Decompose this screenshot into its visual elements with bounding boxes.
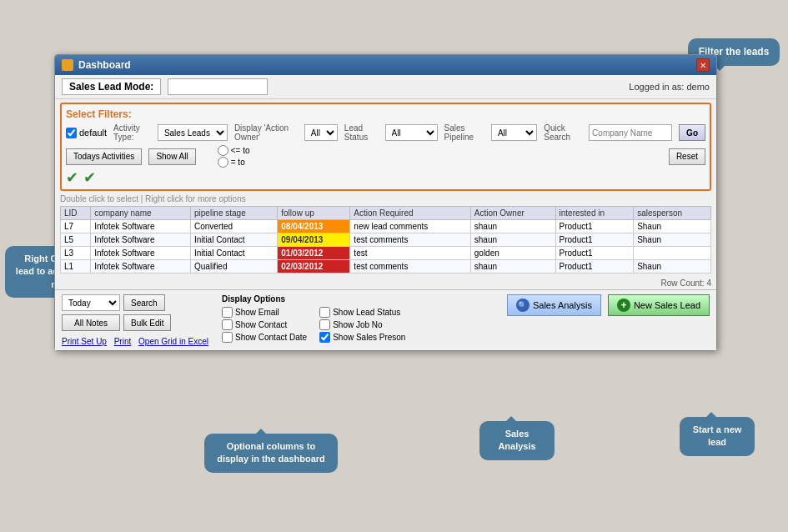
radio-lte-label[interactable]: <= to <box>218 145 250 156</box>
window-title-text: Dashboard <box>78 59 131 71</box>
all-notes-button[interactable]: All Notes <box>62 314 120 331</box>
table-cell: L3 <box>61 247 91 260</box>
table-hint: Double click to select | Right click for… <box>60 194 711 203</box>
lead-status-select[interactable]: All <box>385 124 438 141</box>
radio-lte[interactable] <box>218 145 228 156</box>
todays-activities-button[interactable]: Todays Activities <box>66 148 142 165</box>
opt-email[interactable] <box>222 307 233 318</box>
print-setup-link[interactable]: Print Set Up <box>62 337 107 346</box>
show-all-button[interactable]: Show All <box>148 148 195 165</box>
sales-analysis-button[interactable]: 🔍 Sales Analysis <box>507 294 601 316</box>
col-followup: follow up <box>278 207 350 220</box>
table-cell: Converted <box>191 220 278 233</box>
filters-title: Select Filters: <box>66 108 705 120</box>
table-cell: shaun <box>470 233 555 247</box>
table-cell: Infotek Software <box>91 220 191 233</box>
search-button[interactable]: Search <box>123 294 165 311</box>
default-checkbox-label[interactable]: default <box>66 128 107 138</box>
opt-lead-status-label[interactable]: Show Lead Status <box>319 307 405 318</box>
quick-search-input[interactable] <box>589 124 672 141</box>
display-action-owner-label: Display 'Action Owner' <box>234 123 298 142</box>
option-col-2: Show Lead Status Show Job No Show Sales … <box>319 307 405 343</box>
check-icon-1: ✔ <box>66 170 78 185</box>
bulk-edit-button[interactable]: Bulk Edit <box>123 314 171 331</box>
callout-optional-columns: Optional columns to display in the dashb… <box>204 434 338 473</box>
table-row[interactable]: L7Infotek SoftwareConverted08/04/2013new… <box>61 220 711 233</box>
row-count-label: Row Count: <box>660 279 704 288</box>
display-action-owner-select[interactable]: All <box>304 124 338 141</box>
mode-input[interactable] <box>168 78 268 95</box>
table-cell: Qualified <box>191 260 278 274</box>
opt-contact-date-label[interactable]: Show Contact Date <box>222 332 307 343</box>
col-lid: LID <box>61 207 91 220</box>
radio-group: <= to = to <box>218 145 250 168</box>
window-close-button[interactable]: ✕ <box>696 58 710 72</box>
sales-pipeline-select[interactable]: All <box>491 124 537 141</box>
opt-contact[interactable] <box>222 319 233 330</box>
print-link[interactable]: Print <box>114 337 132 346</box>
date-select[interactable]: Today <box>62 294 120 311</box>
table-row[interactable]: L3Infotek SoftwareInitial Contact01/03/2… <box>61 247 711 260</box>
table-cell: Shaun <box>634 220 711 233</box>
quick-search-label: Quick Search <box>544 123 582 142</box>
opt-email-label[interactable]: Show Email <box>222 307 307 318</box>
table-cell: Infotek Software <box>91 247 191 260</box>
filter-row-1: default Activity Type: Sales Leads Displ… <box>66 123 705 142</box>
activity-type-select[interactable]: Sales Leads <box>158 124 228 141</box>
print-links: Print Set Up Print Open Grid in Excel <box>62 337 213 346</box>
table-cell: L5 <box>61 233 91 247</box>
action-buttons: 🔍 Sales Analysis + New Sales Lead <box>507 294 710 316</box>
table-cell: shaun <box>470 220 555 233</box>
reset-button[interactable]: Reset <box>669 148 705 165</box>
opt-job-no-label[interactable]: Show Job No <box>319 319 405 330</box>
opt-lead-status[interactable] <box>319 307 330 318</box>
sales-analysis-label: Sales Analysis <box>533 300 592 310</box>
window-app-icon <box>62 59 73 71</box>
notes-row: All Notes Bulk Edit <box>62 314 213 331</box>
new-sales-lead-label: New Sales Lead <box>634 300 700 310</box>
table-cell: L1 <box>61 260 91 274</box>
table-cell: 08/04/2013 <box>278 220 350 233</box>
table-cell: Product1 <box>555 220 634 233</box>
opt-contact-label[interactable]: Show Contact <box>222 319 307 330</box>
radio-eq[interactable] <box>218 157 228 168</box>
new-sales-lead-button[interactable]: + New Sales Lead <box>608 294 710 316</box>
open-grid-link[interactable]: Open Grid in Excel <box>138 337 208 346</box>
col-stage: pipeline stage <box>191 207 278 220</box>
option-col-1: Show Email Show Contact Show Contact Dat… <box>222 307 307 343</box>
col-action-owner: Action Owner <box>470 207 555 220</box>
default-checkbox[interactable] <box>66 128 77 138</box>
window-title-group: Dashboard <box>62 59 131 71</box>
table-cell: 09/04/2013 <box>278 233 350 247</box>
table-hint-doubleclick: Double click to select <box>60 194 138 203</box>
opt-job-no[interactable] <box>319 319 330 330</box>
lead-status-label: Lead Status <box>344 123 379 142</box>
default-label: default <box>79 128 107 138</box>
table-cell: shaun <box>470 260 555 274</box>
filter-row-2: Todays Activities Show All <= to = to Re… <box>66 145 705 168</box>
callout-sales-analysis: SalesAnalysis <box>479 421 555 460</box>
radio-lte-text: <= to <box>231 146 250 155</box>
table-row[interactable]: L5Infotek SoftwareInitial Contact09/04/2… <box>61 233 711 247</box>
go-button[interactable]: Go <box>679 124 705 141</box>
filters-section: Select Filters: default Activity Type: S… <box>60 103 711 191</box>
table-cell: Shaun <box>634 233 711 247</box>
table-cell: Product1 <box>555 247 634 260</box>
col-salesperson: salesperson <box>634 207 711 220</box>
table-cell: Infotek Software <box>91 233 191 247</box>
window-titlebar: Dashboard ✕ <box>55 55 716 75</box>
table-cell: Initial Contact <box>191 233 278 247</box>
opt-sales-preson[interactable] <box>319 332 330 343</box>
table-area: Double click to select | Right click for… <box>60 194 711 274</box>
new-lead-icon: + <box>617 299 630 312</box>
check-icon-2: ✔ <box>83 170 96 185</box>
sales-pipeline-label: Sales Pipeline <box>444 123 484 142</box>
mode-bar: Sales Lead Mode: Logged in as: demo <box>55 75 716 99</box>
radio-eq-label[interactable]: = to <box>218 157 250 168</box>
table-row[interactable]: L1Infotek SoftwareQualified02/03/2012tes… <box>61 260 711 274</box>
sales-icon: 🔍 <box>516 299 530 312</box>
dashboard-window: Dashboard ✕ Sales Lead Mode: Logged in a… <box>54 54 717 351</box>
opt-contact-date[interactable] <box>222 332 233 343</box>
row-count-value: 4 <box>706 279 711 288</box>
opt-sales-preson-label[interactable]: Show Sales Preson <box>319 332 405 343</box>
